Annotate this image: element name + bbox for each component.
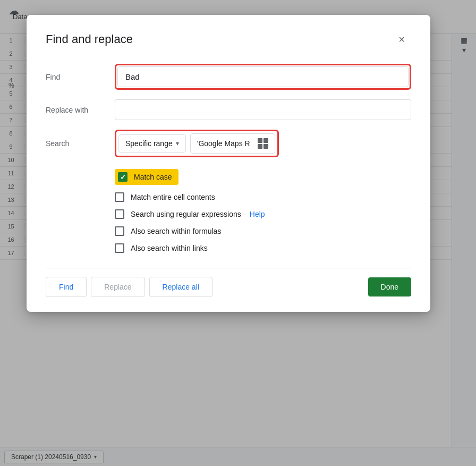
find-input[interactable]	[117, 66, 409, 87]
grid-cell-4	[264, 144, 268, 149]
checkboxes-section: ✓ Match case Match entire cell contents …	[115, 169, 411, 253]
search-label: Search	[46, 139, 115, 148]
find-input-wrap	[115, 64, 411, 90]
match-case-highlight[interactable]: ✓ Match case	[115, 169, 178, 185]
find-label: Find	[46, 73, 115, 81]
grid-cell-1	[258, 138, 262, 143]
done-button[interactable]: Done	[368, 277, 411, 296]
match-entire-checkbox[interactable]	[115, 192, 124, 202]
dialog-header: Find and replace ×	[46, 30, 411, 49]
grid-select-icon	[258, 138, 268, 149]
replace-all-button[interactable]: Replace all	[149, 277, 212, 297]
find-button[interactable]: Find	[46, 277, 87, 297]
search-controls-highlight: Specific range ▾ 'Google Maps R	[115, 130, 279, 157]
regex-checkbox[interactable]	[115, 209, 124, 219]
find-replace-dialog: Find and replace × Find Replace with Sea…	[27, 15, 430, 312]
search-option-label: Specific range	[125, 139, 173, 148]
match-case-label: Match case	[134, 173, 172, 181]
regex-help-link[interactable]: Help	[250, 210, 265, 218]
match-case-checkmark: ✓	[120, 174, 126, 181]
checkbox-row-entire-cell: Match entire cell contents	[115, 192, 411, 202]
range-value-text: 'Google Maps R	[197, 139, 250, 148]
dialog-title: Find and replace	[46, 32, 133, 46]
replace-button[interactable]: Replace	[91, 277, 144, 297]
checkbox-row-regex: Search using regular expressions Help	[115, 209, 411, 219]
formulas-checkbox[interactable]	[115, 226, 124, 236]
replace-input[interactable]	[115, 99, 411, 120]
find-row: Find	[46, 64, 411, 90]
close-button[interactable]: ×	[392, 30, 411, 49]
match-case-checkbox[interactable]: ✓	[118, 172, 128, 182]
grid-cell-3	[258, 144, 262, 149]
dialog-footer: Find Replace Replace all Done	[46, 268, 411, 297]
checkbox-row-formulas: Also search within formulas	[115, 226, 411, 236]
search-row: Search Specific range ▾ 'Google Maps R	[46, 130, 411, 157]
find-input-highlight	[115, 64, 411, 90]
search-dropdown[interactable]: Specific range ▾	[118, 134, 186, 152]
grid-cell-2	[264, 138, 268, 143]
links-label: Also search within links	[131, 244, 208, 252]
match-entire-label: Match entire cell contents	[131, 193, 215, 201]
range-input[interactable]: 'Google Maps R	[190, 133, 275, 154]
checkbox-row-links: Also search within links	[115, 243, 411, 253]
search-dropdown-arrow: ▾	[176, 140, 179, 147]
formulas-label: Also search within formulas	[131, 227, 221, 235]
replace-row: Replace with	[46, 99, 411, 120]
replace-input-wrap	[115, 99, 411, 120]
regex-label: Search using regular expressions	[131, 210, 241, 218]
replace-label: Replace with	[46, 106, 115, 114]
checkbox-row-match-case: ✓ Match case	[115, 169, 411, 185]
links-checkbox[interactable]	[115, 243, 124, 253]
